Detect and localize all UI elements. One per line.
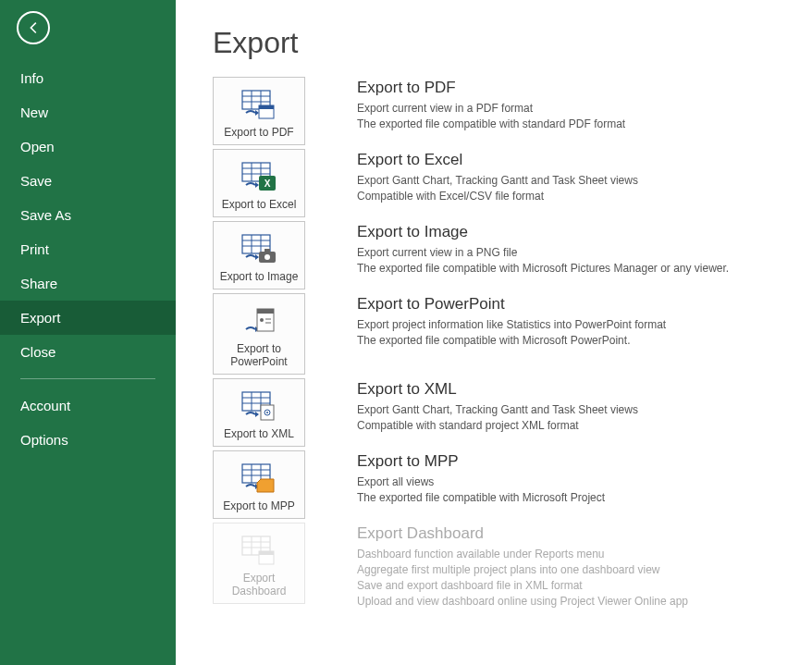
export-desc-xml: Export to XMLExport Gantt Chart, Trackin… [357,378,638,434]
export-row-excel: XExport to ExcelExport to ExcelExport Ga… [213,149,794,217]
export-tile-dashboard: Export Dashboard [213,523,305,604]
desc-title: Export to XML [357,380,638,399]
svg-rect-23 [257,309,274,314]
export-desc-excel: Export to ExcelExport Gantt Chart, Track… [357,149,638,204]
export-desc-ppt: Export to PowerPointExport project infor… [357,293,666,349]
desc-line: Aggregate first multiple project plans i… [357,562,688,578]
desc-title: Export to Excel [357,151,638,169]
export-row-image: Export to ImageExport to ImageExport cur… [213,221,794,289]
export-row-pdf: Export to PDFExport to PDFExport current… [213,77,794,145]
desc-title: Export to PowerPoint [357,295,666,314]
export-tile-xml[interactable]: Export to XML [213,378,305,447]
export-desc-mpp: Export to MPPExport all viewsThe exporte… [357,450,605,506]
sidebar-item-account[interactable]: Account [0,388,176,423]
svg-rect-21 [265,249,270,252]
export-desc-image: Export to ImageExport current view in a … [357,221,729,277]
sidebar-item-new[interactable]: New [0,95,176,129]
sidebar-divider [20,378,155,379]
back-arrow-icon [25,19,42,36]
tile-label: Export to Image [217,270,301,283]
export-desc-dashboard: Export DashboardDashboard function avail… [357,523,688,610]
svg-rect-6 [259,105,274,109]
export-tile-ppt[interactable]: Export to PowerPoint [213,293,305,375]
export-row-dashboard: Export DashboardExport DashboardDashboar… [213,523,794,610]
desc-line: Compatible with standard project XML for… [357,418,638,434]
export-row-mpp: Export to MPPExport to MPPExport all vie… [213,450,794,519]
sidebar-item-info[interactable]: Info [0,61,176,95]
export-tile-pdf[interactable]: Export to PDF [213,77,305,145]
main-panel: Export Export to PDFExport to PDFExport … [176,0,812,665]
tile-label: Export to MPP [217,499,301,512]
desc-line: Save and export dashboard file in XML fo… [357,578,688,594]
desc-line: Export current view in a PNG file [357,245,729,261]
desc-line: Export Gantt Chart, Tracking Gantt and T… [357,173,638,189]
excel-icon: X [237,157,281,194]
desc-line: Export project information like Statisti… [357,317,666,333]
sidebar-item-close[interactable]: Close [0,335,176,369]
desc-line: Export current view in a PDF format [357,101,625,117]
page-title: Export [213,26,794,60]
pdf-icon [237,85,281,122]
mpp-icon [237,459,281,496]
export-row-ppt: Export to PowerPointExport to PowerPoint… [213,293,794,375]
tile-label: Export to PDF [217,126,301,139]
sidebar-item-save-as[interactable]: Save As [0,198,176,232]
dashboard-icon [237,531,281,568]
desc-line: Compatible with Excel/CSV file format [357,189,638,204]
back-button[interactable] [17,11,50,44]
svg-point-34 [266,412,268,413]
image-icon [237,229,281,266]
sidebar-item-open[interactable]: Open [0,129,176,164]
tile-label: Export to Excel [217,198,301,211]
desc-title: Export to MPP [357,452,605,471]
tile-label: Export Dashboard [217,572,301,597]
desc-line: The exported file compatible with standa… [357,117,625,132]
ppt-icon [237,302,281,339]
sidebar-item-export[interactable]: Export [0,301,176,335]
backstage-sidebar: InfoNewOpenSaveSave AsPrintShareExportCl… [0,0,176,665]
sidebar-item-share[interactable]: Share [0,266,176,301]
desc-line: The exported file compatible with Micros… [357,333,666,349]
desc-title: Export Dashboard [357,524,688,543]
desc-title: Export to Image [357,223,729,241]
svg-text:X: X [265,179,271,189]
tile-label: Export to XML [217,427,301,440]
desc-line: The exported file compatible with Micros… [357,261,729,277]
tile-label: Export to PowerPoint [217,342,301,368]
svg-rect-46 [259,551,274,555]
desc-line: Dashboard function available under Repor… [357,547,688,562]
desc-line: Export all views [357,474,605,490]
desc-line: The exported file compatible with Micros… [357,490,605,506]
sidebar-item-save[interactable]: Save [0,164,176,198]
sidebar-item-options[interactable]: Options [0,423,176,457]
xml-icon [237,387,281,424]
desc-line: Export Gantt Chart, Tracking Gantt and T… [357,402,638,418]
desc-line: Upload and view dashboard online using P… [357,594,688,610]
export-tile-mpp[interactable]: Export to MPP [213,450,305,519]
export-desc-pdf: Export to PDFExport current view in a PD… [357,77,625,132]
svg-point-20 [265,254,270,260]
export-tile-image[interactable]: Export to Image [213,221,305,289]
export-tile-excel[interactable]: XExport to Excel [213,149,305,217]
desc-title: Export to PDF [357,79,625,97]
svg-point-24 [260,318,264,322]
sidebar-item-print[interactable]: Print [0,232,176,266]
export-row-xml: Export to XMLExport to XMLExport Gantt C… [213,378,794,447]
